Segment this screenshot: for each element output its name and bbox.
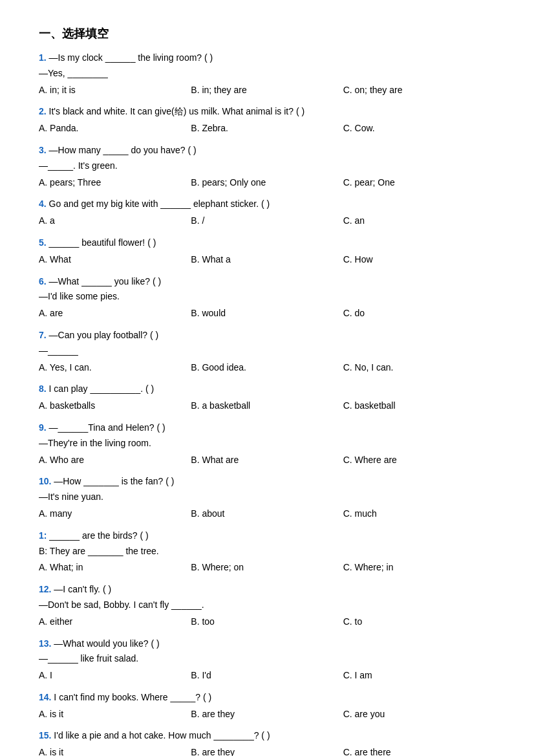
option-item[interactable]: C. to xyxy=(343,614,495,630)
option-item[interactable]: C. Where; in xyxy=(343,560,495,576)
option-item[interactable]: A. basketballs xyxy=(39,398,191,414)
options-row: A. pears; ThreeB. pears; Only oneC. pear… xyxy=(39,175,495,191)
option-item[interactable]: B. too xyxy=(191,614,343,630)
option-item[interactable]: C. basketball xyxy=(343,398,495,414)
option-item[interactable]: A. in; it is xyxy=(39,83,191,98)
question-block: 12. —I can't fly. ( )—Don't be sad, Bobb… xyxy=(39,582,495,629)
option-item[interactable]: A. Who are xyxy=(39,453,191,468)
option-item[interactable]: B. in; they are xyxy=(191,83,343,98)
question-number: 2. xyxy=(39,106,49,116)
option-item[interactable]: A. What xyxy=(39,252,191,268)
options-row: A. IB. I'dC. I am xyxy=(39,668,495,684)
question-content: I can't find my books. Where _____? ( ) xyxy=(54,692,211,702)
answer-line: —______ like fruit salad. xyxy=(39,651,495,667)
question-content: Go and get my big kite with ______ eleph… xyxy=(49,199,270,209)
question-text: 1: ______ are the birds? ( ) xyxy=(39,528,495,544)
option-item[interactable]: C. much xyxy=(343,506,495,522)
question-block: 6. —What ______ you like? ( )—I'd like s… xyxy=(39,274,495,321)
answer-line: —They're in the living room. xyxy=(39,436,495,451)
option-item[interactable]: B. Zebra. xyxy=(191,121,343,136)
question-text: 5. ______ beautiful flower! ( ) xyxy=(39,235,495,251)
question-text: 14. I can't find my books. Where _____? … xyxy=(39,690,495,706)
option-item[interactable]: B. I'd xyxy=(191,668,343,684)
question-block: 13. —What would you like? ( )—______ lik… xyxy=(39,636,495,684)
option-item[interactable]: B. are they xyxy=(191,707,343,722)
option-item[interactable]: B. would xyxy=(191,306,343,321)
option-item[interactable]: B. / xyxy=(191,213,343,229)
option-item[interactable]: C. pear; One xyxy=(343,175,495,191)
question-number: 12. xyxy=(39,584,54,594)
option-item[interactable]: C. Cow. xyxy=(343,121,495,136)
question-number: 6. xyxy=(39,276,49,286)
answer-line: —It's nine yuan. xyxy=(39,490,495,505)
option-item[interactable]: C. on; they are xyxy=(343,83,495,98)
question-number: 7. xyxy=(39,330,49,340)
question-number: 1: xyxy=(39,530,49,541)
answer-line: —Yes, ________ xyxy=(39,66,495,81)
options-row: A. in; it isB. in; they areC. on; they a… xyxy=(39,83,495,98)
question-block: 9. —______Tina and Helen? ( )—They're in… xyxy=(39,420,495,468)
option-item[interactable]: B. pears; Only one xyxy=(191,175,343,191)
question-number: 8. xyxy=(39,383,49,394)
option-item[interactable]: B. Where; on xyxy=(191,560,343,576)
option-item[interactable]: B. a basketball xyxy=(191,398,343,414)
question-number: 5. xyxy=(39,237,49,248)
options-row: A. manyB. aboutC. much xyxy=(39,506,495,522)
options-row: A. is itB. are theyC. are you xyxy=(39,707,495,722)
question-content: I can play __________. ( ) xyxy=(49,383,155,394)
question-content: —What would you like? ( ) xyxy=(54,638,159,649)
option-item[interactable]: A. a xyxy=(39,213,191,229)
question-text: 15. I'd like a pie and a hot cake. How m… xyxy=(39,728,495,744)
question-block: 10. —How _______ is the fan? ( )—It's ni… xyxy=(39,474,495,521)
question-text: 12. —I can't fly. ( ) xyxy=(39,582,495,598)
question-text: 3. —How many _____ do you have? ( ) xyxy=(39,143,495,158)
option-item[interactable]: A. are xyxy=(39,306,191,321)
option-item[interactable]: C. do xyxy=(343,306,495,321)
question-content: ______ are the birds? ( ) xyxy=(49,530,148,541)
question-block: 3. —How many _____ do you have? ( )—____… xyxy=(39,143,495,190)
option-item[interactable]: C. are there xyxy=(343,745,495,756)
question-text: 9. —______Tina and Helen? ( ) xyxy=(39,420,495,436)
option-item[interactable]: C. How xyxy=(343,252,495,268)
option-item[interactable]: C. No, I can. xyxy=(343,360,495,376)
option-item[interactable]: A. Yes, I can. xyxy=(39,360,191,376)
answer-line: —I'd like some pies. xyxy=(39,289,495,305)
options-row: A. WhatB. What aC. How xyxy=(39,252,495,268)
question-text: 8. I can play __________. ( ) xyxy=(39,382,495,397)
question-text: 6. —What ______ you like? ( ) xyxy=(39,274,495,290)
option-item[interactable]: C. Where are xyxy=(343,453,495,468)
option-item[interactable]: A. either xyxy=(39,614,191,630)
question-text: 4. Go and get my big kite with ______ el… xyxy=(39,197,495,212)
answer-line: —Don't be sad, Bobby. I can't fly ______… xyxy=(39,598,495,613)
option-item[interactable]: A. is it xyxy=(39,745,191,756)
option-item[interactable]: B. are they xyxy=(191,745,343,756)
question-block: 8. I can play __________. ( )A. basketba… xyxy=(39,382,495,414)
question-block: 1. —Is my clock ______ the living room? … xyxy=(39,50,495,98)
option-item[interactable]: B. Good idea. xyxy=(191,360,343,376)
question-content: —I can't fly. ( ) xyxy=(54,584,111,594)
question-number: 4. xyxy=(39,199,49,209)
option-item[interactable]: B. What a xyxy=(191,252,343,268)
option-item[interactable]: A. What; in xyxy=(39,560,191,576)
option-item[interactable]: A. pears; Three xyxy=(39,175,191,191)
option-item[interactable]: C. are you xyxy=(343,707,495,722)
option-item[interactable]: A. many xyxy=(39,506,191,522)
option-item[interactable]: A. Panda. xyxy=(39,121,191,136)
question-block: 2. It's black and white. It can give(给) … xyxy=(39,104,495,136)
option-item[interactable]: B. about xyxy=(191,506,343,522)
question-number: 3. xyxy=(39,145,49,155)
answer-line: —_____. It's green. xyxy=(39,158,495,174)
question-number: 15. xyxy=(39,730,54,740)
question-block: 4. Go and get my big kite with ______ el… xyxy=(39,197,495,229)
option-item[interactable]: C. I am xyxy=(343,668,495,684)
options-row: A. areB. wouldC. do xyxy=(39,306,495,321)
question-number: 9. xyxy=(39,422,49,433)
option-item[interactable]: A. I xyxy=(39,668,191,684)
question-text: 13. —What would you like? ( ) xyxy=(39,636,495,652)
option-item[interactable]: C. an xyxy=(343,213,495,229)
options-row: A. Who areB. What areC. Where are xyxy=(39,453,495,468)
option-item[interactable]: B. What are xyxy=(191,453,343,468)
question-content: —How _______ is the fan? ( ) xyxy=(54,476,174,486)
option-item[interactable]: A. is it xyxy=(39,707,191,722)
question-block: 7. —Can you play football? ( )—______A. … xyxy=(39,328,495,375)
